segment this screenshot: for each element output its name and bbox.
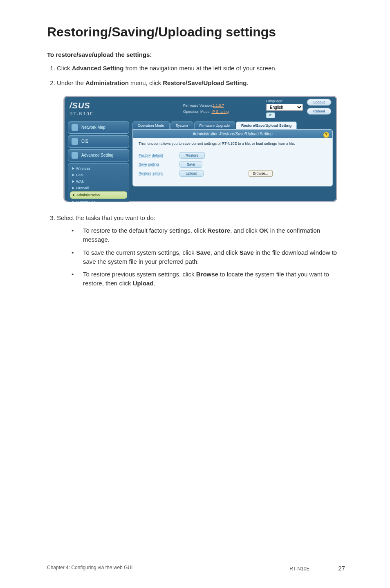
save-button[interactable]: Save bbox=[179, 161, 202, 168]
text: Select the tasks that you want to do: bbox=[57, 214, 155, 221]
sidebar-item-firewall[interactable]: Firewall bbox=[70, 185, 127, 191]
sidebar-item-label: LAN bbox=[76, 173, 83, 177]
section-subhead: To restore/save/upload the settings: bbox=[47, 51, 345, 58]
text: . bbox=[247, 79, 248, 86]
tab-system[interactable]: System bbox=[170, 121, 193, 129]
chevron-right-icon bbox=[72, 201, 74, 202]
asus-logo: /SUS bbox=[69, 101, 134, 110]
bold: Save bbox=[196, 249, 211, 256]
step-3: Select the tasks that you want to do: To… bbox=[57, 213, 345, 288]
chevron-right-icon bbox=[72, 174, 74, 176]
text: Click bbox=[57, 65, 72, 72]
bold: Upload bbox=[133, 280, 154, 287]
ois-icon bbox=[72, 138, 78, 145]
help-icon[interactable]: ? bbox=[323, 132, 329, 138]
sidebar-item-lan[interactable]: LAN bbox=[70, 172, 127, 178]
step-1: Click Advanced Setting from the navigati… bbox=[57, 64, 345, 73]
chevron-right-icon bbox=[73, 194, 75, 196]
factory-default-label: Factory default bbox=[139, 153, 175, 157]
sidebar-item-label: WAN bbox=[76, 180, 85, 184]
sidebar-item-label: Administration bbox=[76, 193, 100, 197]
bullet-save: To save the current system settings, cli… bbox=[72, 248, 345, 266]
bold: OK bbox=[259, 227, 269, 234]
sidebar-item-network-map[interactable]: Network Map bbox=[68, 121, 129, 134]
restore-setting-label: Restore setting bbox=[139, 171, 175, 175]
language-label: Language: bbox=[266, 99, 303, 103]
bold: Restore/Save/Upload Setting bbox=[163, 79, 247, 86]
reboot-button[interactable]: Reboot bbox=[307, 108, 331, 114]
text: menu, click bbox=[129, 79, 163, 86]
bold: Administration bbox=[85, 79, 129, 86]
model-label: RT-N10E bbox=[69, 111, 134, 116]
sidebar-item-wireless[interactable]: Wireless bbox=[70, 165, 127, 172]
save-setting-label: Save setting bbox=[139, 162, 175, 166]
text: Under the bbox=[57, 79, 85, 86]
sidebar-item-administration[interactable]: Administration bbox=[70, 191, 127, 199]
browse-button[interactable]: Browse... bbox=[249, 170, 273, 177]
step-2: Under the Administration menu, click Res… bbox=[57, 79, 345, 88]
text: To save the current system settings, cli… bbox=[83, 249, 196, 256]
sidebar-item-system-log[interactable]: System Log bbox=[70, 199, 127, 202]
panel-description: This function allows you to save current… bbox=[133, 138, 332, 149]
sidebar-item-label: Advanced Setting bbox=[81, 153, 113, 157]
footer-chapter: Chapter 4: Configuring via the web GUI bbox=[47, 565, 132, 572]
text: To restore to the default factory settin… bbox=[83, 227, 207, 234]
firmware-version-label: Firmware Version: bbox=[183, 103, 213, 108]
bold: Restore bbox=[207, 227, 230, 234]
sidebar-item-label: System Log bbox=[76, 200, 96, 202]
firmware-version-link[interactable]: 1.1.0.7 bbox=[213, 103, 224, 108]
text: , and click bbox=[211, 249, 240, 256]
bold: Advanced Setting bbox=[72, 65, 124, 72]
page-title: Restoring/Saving/Uploading settings bbox=[47, 25, 345, 40]
sidebar-item-wan[interactable]: WAN bbox=[70, 178, 127, 185]
bold: Save bbox=[240, 249, 254, 256]
operation-mode-label: Operation Mode: bbox=[183, 110, 212, 114]
sidebar-item-label: Wireless bbox=[76, 166, 90, 171]
network-map-icon bbox=[72, 124, 78, 131]
text: from the navigation menu at the left sid… bbox=[123, 65, 276, 72]
chevron-right-icon bbox=[72, 167, 74, 170]
text: To restore previous system settings, cli… bbox=[83, 271, 196, 278]
bullet-browse: To restore previous system settings, cli… bbox=[72, 270, 345, 288]
tab-firmware-upgrade[interactable]: Firmware Upgrade bbox=[194, 121, 235, 129]
router-ui-screenshot: /SUS RT-N10E Firmware Version:1.1.0.7 Op… bbox=[63, 96, 337, 202]
sidebar-item-label: OIS bbox=[81, 139, 88, 144]
sidebar-item-advanced-setting[interactable]: Advanced Setting bbox=[68, 149, 129, 162]
logout-button[interactable]: Logout bbox=[307, 99, 331, 105]
bold: Browse bbox=[196, 271, 218, 278]
chevron-right-icon bbox=[72, 180, 74, 183]
restore-button[interactable]: Restore bbox=[179, 152, 205, 159]
tab-restore-save-upload[interactable]: Restore/Save/Upload Setting bbox=[236, 121, 297, 129]
bullet-restore: To restore to the default factory settin… bbox=[72, 226, 345, 244]
tab-operation-mode[interactable]: Operation Mode bbox=[132, 121, 170, 129]
chevron-right-icon bbox=[72, 187, 74, 189]
sidebar-item-label: Network Map bbox=[81, 125, 105, 130]
operation-mode-link[interactable]: IP Sharing bbox=[212, 110, 229, 114]
upload-button[interactable]: Upload bbox=[179, 170, 204, 177]
text: . bbox=[154, 280, 155, 287]
tools-icon bbox=[72, 152, 78, 159]
page-number: 27 bbox=[338, 565, 345, 572]
footer-model: RT-N10E bbox=[289, 566, 309, 572]
sidebar-item-label: Firewall bbox=[76, 186, 89, 190]
sidebar-item-ois[interactable]: OIS bbox=[68, 135, 129, 148]
panel-title: Administration-Restore/Save/Upload Setti… bbox=[133, 130, 332, 138]
text: , and click bbox=[230, 227, 259, 234]
refresh-icon[interactable]: ⟳ bbox=[266, 112, 275, 118]
language-select[interactable]: English bbox=[266, 104, 303, 111]
